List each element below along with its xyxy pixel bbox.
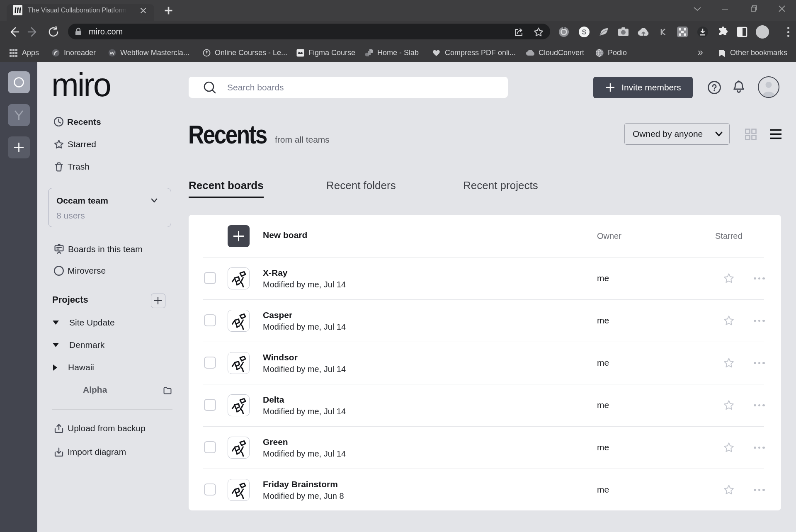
svg-text:S: S [582,28,586,36]
